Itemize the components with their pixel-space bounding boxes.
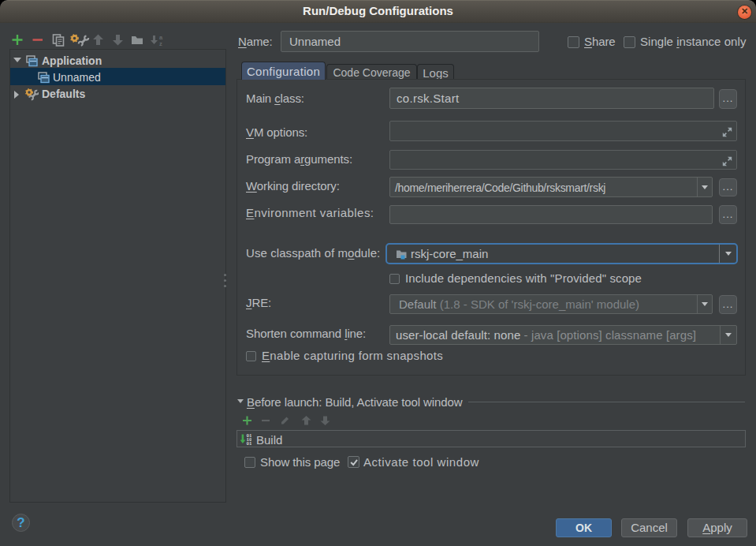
svg-text:z: z [159, 40, 162, 47]
svg-text:01: 01 [247, 441, 252, 445]
